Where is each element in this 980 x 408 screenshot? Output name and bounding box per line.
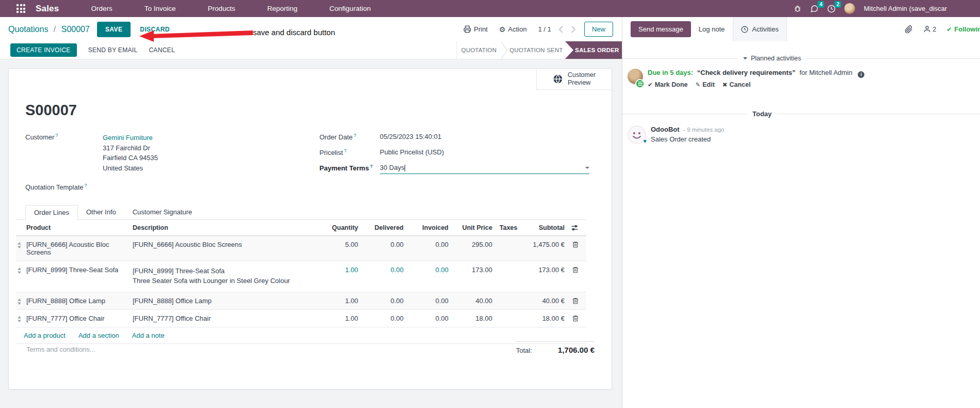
pricelist-field[interactable]: Public Pricelist (USD): [380, 148, 589, 156]
row-drag-handle[interactable]: [16, 292, 23, 310]
send-message-button[interactable]: Send message: [631, 21, 691, 37]
app-name[interactable]: Sales: [36, 4, 59, 14]
delivered-column-header[interactable]: Delivered: [364, 220, 410, 236]
cell-invoiced[interactable]: 0.00: [410, 310, 455, 327]
create-invoice-button[interactable]: CREATE INVOICE: [10, 43, 77, 57]
cell-invoiced[interactable]: 0.00: [410, 261, 455, 292]
apps-grid-icon[interactable]: [17, 4, 25, 13]
cell-product[interactable]: [FURN_7777] Office Chair: [23, 310, 130, 327]
breadcrumb-quotations-link[interactable]: Quotations: [8, 25, 48, 34]
delete-row-button[interactable]: [571, 236, 586, 261]
cell-unit-price[interactable]: 173.00: [455, 261, 499, 292]
log-note-button[interactable]: Log note: [699, 25, 725, 33]
table-row[interactable]: [FURN_8999] Three-Seat Sofa [FURN_8999] …: [16, 261, 586, 292]
cell-description[interactable]: [FURN_6666] Acoustic Bloc Screens: [130, 236, 310, 261]
add-a-section-link[interactable]: Add a section: [78, 332, 119, 339]
messages-icon[interactable]: 4: [810, 5, 818, 13]
delete-row-button[interactable]: [571, 261, 586, 292]
cell-taxes[interactable]: [499, 310, 522, 327]
cell-invoiced[interactable]: 0.00: [410, 236, 455, 261]
cell-taxes[interactable]: [499, 236, 522, 261]
status-step-quotation-sent[interactable]: QUOTATION SENT: [507, 41, 565, 59]
nav-menu-orders[interactable]: Orders: [91, 5, 112, 12]
pager-previous-icon[interactable]: [558, 26, 564, 33]
cell-quantity[interactable]: 5.00: [310, 236, 364, 261]
row-drag-handle[interactable]: [16, 261, 23, 292]
save-button[interactable]: SAVE: [97, 22, 131, 37]
cell-invoiced[interactable]: 0.00: [410, 292, 455, 310]
cell-quantity[interactable]: 1.00: [310, 310, 364, 327]
paperclip-icon[interactable]: [905, 25, 913, 34]
table-row[interactable]: [FURN_6666] Acoustic Bloc Screens [FURN_…: [16, 236, 586, 261]
action-button[interactable]: ⚙ Action: [499, 25, 527, 33]
cell-description[interactable]: [FURN_7777] Office Chair: [130, 310, 310, 327]
cancel-button[interactable]: CANCEL: [149, 46, 174, 54]
following-button[interactable]: ✔ Following: [946, 25, 980, 33]
row-drag-handle[interactable]: [16, 310, 23, 327]
cell-delivered[interactable]: 0.00: [364, 310, 410, 327]
cell-unit-price[interactable]: 18.00: [455, 310, 499, 327]
activities-button[interactable]: Activities: [733, 17, 786, 41]
cell-product[interactable]: [FURN_8888] Office Lamp: [23, 292, 130, 310]
nav-menu-products[interactable]: Products: [208, 5, 235, 12]
cell-taxes[interactable]: [499, 292, 522, 310]
terms-placeholder[interactable]: Terms and conditions...: [26, 346, 95, 353]
description-column-header[interactable]: Description: [130, 220, 310, 236]
row-drag-handle[interactable]: [16, 236, 23, 261]
cell-product[interactable]: [FURN_6666] Acoustic Bloc Screens: [23, 236, 130, 261]
cell-product[interactable]: [FURN_8999] Three-Seat Sofa: [23, 261, 130, 292]
info-icon[interactable]: i: [858, 71, 864, 78]
tab-other-info[interactable]: Other Info: [78, 205, 124, 219]
table-row[interactable]: [FURN_7777] Office Chair [FURN_7777] Off…: [16, 310, 586, 327]
customer-name-link[interactable]: Gemini Furniture: [103, 133, 307, 143]
send-by-email-button[interactable]: SEND BY EMAIL: [88, 46, 138, 54]
quantity-column-header[interactable]: Quantity: [310, 220, 364, 236]
followers-button[interactable]: 2: [923, 25, 936, 33]
user-name[interactable]: Mitchell Admin (save_discar: [864, 5, 947, 12]
cell-quantity[interactable]: 1.00: [310, 292, 364, 310]
mark-done-button[interactable]: ✔Mark Done: [648, 81, 688, 88]
product-column-header[interactable]: Product: [23, 220, 130, 236]
cancel-activity-button[interactable]: ✖Cancel: [722, 81, 751, 88]
dropdown-caret-icon[interactable]: [585, 167, 589, 171]
taxes-column-header[interactable]: Taxes: [499, 220, 522, 236]
optional-columns-button[interactable]: [571, 220, 586, 236]
cell-unit-price[interactable]: 40.00: [455, 292, 499, 310]
subtotal-column-header[interactable]: Subtotal: [522, 220, 571, 236]
cell-taxes[interactable]: [499, 261, 522, 292]
cell-description[interactable]: [FURN_8999] Three-Seat Sofa Three Seater…: [130, 261, 310, 292]
print-button[interactable]: Print: [463, 25, 488, 33]
payment-terms-input[interactable]: 30 Days: [380, 164, 589, 174]
nav-menu-configuration[interactable]: Configuration: [329, 5, 371, 12]
breadcrumb-current-record[interactable]: S00007: [61, 25, 90, 34]
new-button[interactable]: New: [584, 22, 613, 37]
cell-unit-price[interactable]: 295.00: [455, 236, 499, 261]
cell-description[interactable]: [FURN_8888] Office Lamp: [130, 292, 310, 310]
cell-delivered[interactable]: 0.00: [364, 236, 410, 261]
tab-order-lines[interactable]: Order Lines: [25, 205, 78, 220]
status-step-quotation[interactable]: QUOTATION: [457, 41, 501, 59]
add-a-product-link[interactable]: Add a product: [24, 332, 66, 339]
delete-row-button[interactable]: [571, 310, 586, 327]
edit-activity-button[interactable]: ✎Edit: [696, 81, 715, 88]
tab-customer-signature[interactable]: Customer Signature: [124, 205, 201, 219]
nav-menu-reporting[interactable]: Reporting: [267, 5, 298, 12]
message-author[interactable]: OdooBot: [651, 125, 680, 133]
cell-quantity[interactable]: 1.00: [310, 261, 364, 292]
nav-menu-to-invoice[interactable]: To Invoice: [144, 5, 176, 12]
pager-next-icon[interactable]: [571, 26, 576, 33]
debug-bug-icon[interactable]: [794, 5, 801, 12]
activities-clock-icon[interactable]: 2: [827, 5, 836, 13]
user-avatar[interactable]: [844, 3, 855, 14]
planned-activities-toggle[interactable]: Planned activities: [622, 55, 980, 62]
table-row[interactable]: [FURN_8888] Office Lamp [FURN_8888] Offi…: [16, 292, 586, 310]
unit-price-column-header[interactable]: Unit Price: [455, 220, 499, 236]
status-step-sales-order[interactable]: SALES ORDER: [565, 41, 622, 59]
add-a-note-link[interactable]: Add a note: [132, 332, 165, 339]
invoiced-column-header[interactable]: Invoiced: [410, 220, 455, 236]
delete-row-button[interactable]: [571, 292, 586, 310]
cell-delivered[interactable]: 0.00: [364, 292, 410, 310]
order-date-field[interactable]: 05/25/2023 15:40:01: [380, 133, 589, 140]
customer-preview-button[interactable]: Customer Preview: [536, 69, 612, 90]
cell-delivered[interactable]: 0.00: [364, 261, 410, 292]
